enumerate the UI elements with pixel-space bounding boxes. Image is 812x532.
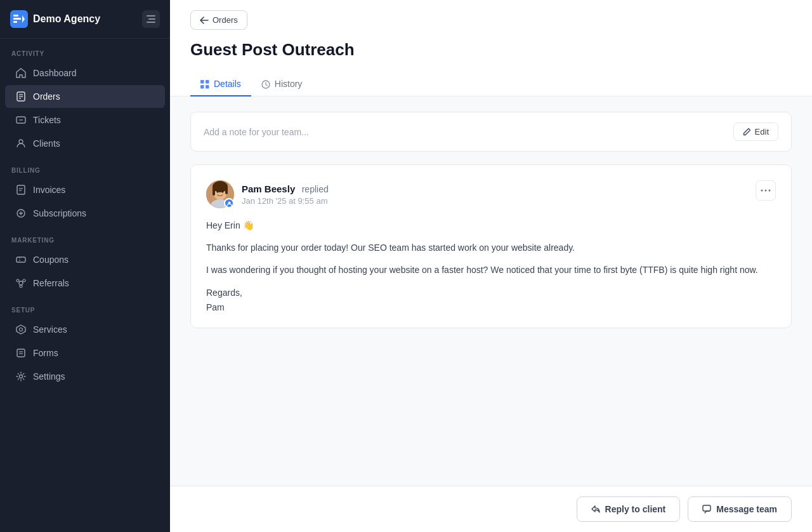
marketing-section-label: MARKETING — [0, 225, 170, 248]
svg-point-42 — [222, 190, 224, 193]
breadcrumb: Orders — [190, 10, 792, 30]
svg-rect-32 — [200, 85, 204, 89]
sidebar-item-settings[interactable]: Settings — [5, 365, 165, 388]
sidebar-item-label: Forms — [33, 348, 58, 358]
sidebar-item-coupons[interactable]: Coupons — [5, 248, 165, 271]
svg-rect-33 — [206, 85, 209, 89]
message-team-button[interactable]: Message team — [688, 496, 792, 522]
content-area: Add a note for your team... Edit — [170, 96, 812, 486]
svg-point-13 — [19, 140, 23, 143]
message-author-row: Pam Beesly replied Jan 12th '25 at 9:55 … — [206, 180, 329, 208]
svg-rect-26 — [17, 349, 25, 357]
author-name-row: Pam Beesly replied — [242, 183, 329, 195]
sidebar-item-label: Services — [33, 324, 67, 335]
sidebar-item-label: Dashboard — [33, 68, 77, 78]
tickets-icon — [15, 114, 27, 126]
svg-point-45 — [765, 190, 767, 192]
svg-rect-5 — [148, 18, 155, 20]
sidebar-item-label: Coupons — [33, 255, 69, 265]
back-button-label: Orders — [213, 15, 238, 25]
message-time: Jan 12th '25 at 9:55 am — [242, 196, 329, 206]
avatar-badge — [224, 198, 234, 208]
sidebar-item-label: Tickets — [33, 115, 61, 125]
top-bar: Orders Guest Post Outreach Details — [170, 0, 812, 96]
svg-rect-30 — [200, 80, 204, 84]
reply-to-client-label: Reply to client — [605, 504, 666, 514]
svg-marker-3 — [22, 15, 25, 23]
svg-rect-2 — [13, 21, 17, 23]
details-grid-icon — [200, 79, 209, 89]
svg-point-25 — [20, 328, 23, 331]
sidebar-item-orders[interactable]: Orders — [5, 85, 165, 108]
tab-details-label: Details — [214, 79, 241, 89]
svg-rect-39 — [225, 187, 228, 194]
message-line-1: Hey Erin 👋 — [206, 218, 776, 233]
tab-history[interactable]: History — [251, 72, 313, 96]
message-card: Pam Beesly replied Jan 12th '25 at 9:55 … — [190, 164, 792, 328]
author-info: Pam Beesly replied Jan 12th '25 at 9:55 … — [242, 183, 329, 206]
message-line-3: I was wondering if you thought of hostin… — [206, 263, 776, 277]
message-line-2: Thanks for placing your order today! Our… — [206, 241, 776, 255]
svg-rect-4 — [147, 15, 155, 17]
sidebar-item-invoices[interactable]: Invoices — [5, 178, 165, 201]
app-logo: Demo Agency — [10, 10, 100, 28]
logo-icon — [10, 10, 28, 28]
sidebar-nav: ACTIVITY Dashboard Orders — [0, 39, 170, 532]
sidebar-item-referrals[interactable]: Referrals — [5, 272, 165, 295]
home-icon — [15, 67, 27, 79]
coupons-icon — [15, 254, 27, 265]
sidebar-item-subscriptions[interactable]: Subscriptions — [5, 202, 165, 225]
more-options-button[interactable] — [756, 180, 776, 201]
app-name: Demo Agency — [33, 13, 100, 25]
billing-section-label: BILLING — [0, 156, 170, 178]
svg-rect-0 — [13, 15, 18, 17]
edit-button[interactable]: Edit — [733, 123, 778, 141]
orders-icon — [15, 91, 27, 102]
sidebar-item-tickets[interactable]: Tickets — [5, 109, 165, 131]
author-action: replied — [302, 184, 329, 194]
sidebar-item-services[interactable]: Services — [5, 318, 165, 341]
forms-icon — [15, 347, 27, 359]
svg-rect-18 — [16, 257, 25, 262]
sidebar-header: Demo Agency — [0, 0, 170, 39]
svg-rect-1 — [13, 18, 21, 20]
tabs-row: Details History — [190, 72, 792, 96]
sidebar-item-dashboard[interactable]: Dashboard — [5, 62, 165, 84]
svg-rect-6 — [147, 22, 155, 23]
svg-rect-14 — [17, 185, 25, 194]
services-icon — [15, 324, 27, 335]
sidebar: Demo Agency ACTIVITY Dashboard — [0, 0, 170, 532]
back-button[interactable]: Orders — [190, 10, 247, 30]
sidebar-item-clients[interactable]: Clients — [5, 132, 165, 155]
svg-point-41 — [217, 190, 219, 193]
activity-section-label: ACTIVITY — [0, 39, 170, 61]
svg-point-20 — [19, 281, 23, 285]
svg-marker-24 — [16, 325, 25, 334]
sidebar-collapse-button[interactable] — [142, 10, 160, 28]
svg-rect-47 — [703, 505, 710, 511]
svg-rect-38 — [213, 187, 215, 196]
settings-icon — [15, 371, 27, 382]
sidebar-item-label: Settings — [33, 371, 65, 382]
referrals-icon — [15, 277, 27, 289]
page-title: Guest Post Outreach — [190, 40, 792, 60]
subscriptions-icon — [15, 208, 27, 219]
svg-point-21 — [16, 279, 19, 282]
tab-details[interactable]: Details — [190, 72, 251, 96]
reply-to-client-button[interactable]: Reply to client — [577, 496, 681, 522]
svg-point-46 — [769, 190, 771, 192]
note-placeholder[interactable]: Add a note for your team... — [204, 127, 309, 137]
sidebar-item-forms[interactable]: Forms — [5, 342, 165, 364]
note-card: Add a note for your team... Edit — [190, 112, 792, 152]
invoices-icon — [15, 184, 27, 196]
sidebar-item-label: Invoices — [33, 185, 65, 195]
sidebar-item-label: Orders — [33, 91, 60, 102]
message-line-4: Regards,Pam — [206, 286, 776, 315]
setup-section-label: SETUP — [0, 295, 170, 317]
svg-rect-31 — [206, 80, 209, 84]
message-body: Hey Erin 👋 Thanks for placing your order… — [206, 218, 776, 314]
message-team-label: Message team — [716, 504, 777, 514]
svg-point-22 — [23, 279, 25, 282]
tab-history-label: History — [275, 79, 303, 89]
sidebar-item-label: Referrals — [33, 278, 69, 288]
